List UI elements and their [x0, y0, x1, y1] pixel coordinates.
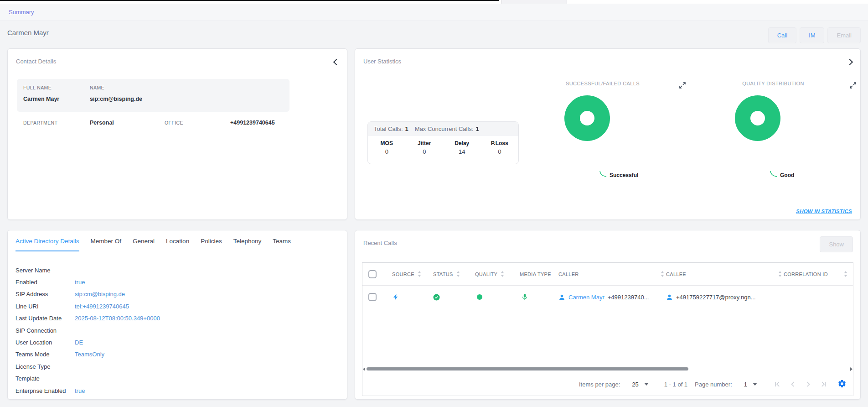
quality-good-dot-icon — [477, 294, 482, 300]
tab-general[interactable]: General — [133, 238, 155, 251]
sort-icon — [778, 271, 782, 277]
field-value: sip:cm@bisping.de — [75, 291, 125, 297]
callout-line — [599, 171, 609, 178]
name-value: sip:cm@bisping.de — [90, 96, 142, 102]
office-label: OFFICE — [165, 120, 230, 125]
field-label: Enabled — [16, 279, 75, 286]
tab-telephony[interactable]: Telephony — [233, 238, 262, 251]
mos-value: 0 — [368, 148, 406, 155]
field-row: Line URItel:+4991239740645 — [16, 300, 341, 312]
recent-calls-title: Recent Calls — [363, 240, 397, 246]
chevron-right-icon — [847, 59, 853, 65]
person-icon — [666, 294, 673, 301]
page-number-caret-icon[interactable] — [753, 383, 757, 386]
previous-page-button[interactable] — [788, 380, 797, 389]
table-header-row: SOURCE STATUS QUALITY MEDIA TYPE CALLER … — [362, 263, 853, 286]
range-indicator: 1 - 1 of 1 — [664, 381, 687, 388]
tab-summary[interactable]: Summary — [9, 9, 34, 16]
tab-policies[interactable]: Policies — [201, 238, 222, 251]
items-per-page-value[interactable]: 25 — [632, 381, 638, 388]
field-row: SIP Connection — [16, 324, 341, 336]
callout-line — [769, 171, 779, 178]
column-header-source[interactable]: SOURCE — [383, 271, 424, 277]
jitter-value: 0 — [406, 148, 444, 155]
scrollbar-thumb[interactable] — [367, 367, 688, 370]
email-button[interactable]: Email — [827, 27, 861, 43]
call-totals-box: Total Calls: 1 Max Concurrent Calls: 1 M… — [367, 121, 519, 164]
row-checkbox[interactable] — [368, 293, 377, 301]
select-all-checkbox[interactable] — [368, 270, 377, 278]
first-page-button[interactable] — [773, 380, 782, 389]
sort-icon — [844, 271, 847, 277]
top-edge-line — [0, 0, 499, 1]
field-value: true — [75, 279, 85, 286]
ploss-value: 0 — [481, 148, 519, 155]
chart-title: SUCCESSFUL/FAILED CALLS — [537, 81, 669, 86]
items-per-page-label: Items per page: — [579, 381, 620, 388]
recent-calls-table: SOURCE STATUS QUALITY MEDIA TYPE CALLER … — [362, 262, 853, 396]
column-header-correlation-id[interactable]: CORRELATION ID — [782, 271, 853, 277]
contact-details-title: Contact Details — [16, 58, 56, 65]
field-label: Server Name — [16, 267, 75, 274]
expand-chart-icon[interactable] — [679, 82, 686, 89]
sort-icon — [418, 271, 421, 277]
status-success-icon — [433, 294, 440, 301]
show-button[interactable]: Show — [820, 236, 853, 252]
field-row: Server Name — [16, 264, 341, 276]
tab-location[interactable]: Location — [166, 238, 189, 251]
show-in-statistics-link[interactable]: SHOW IN STATISTICS — [796, 209, 852, 214]
field-label: License Type — [16, 363, 75, 370]
user-details-card: Active Directory Details Member Of Gener… — [7, 230, 347, 400]
page-title-user-name: Carmen Mayr — [7, 29, 49, 37]
column-header-media-type[interactable]: MEDIA TYPE — [511, 271, 557, 277]
full-name-label: FULL NAME — [23, 85, 59, 90]
field-row: User LocationDE — [16, 336, 341, 348]
items-per-page-caret-icon[interactable] — [644, 383, 649, 386]
sort-icon — [456, 271, 460, 277]
page-number-value[interactable]: 1 — [744, 381, 747, 388]
sort-icon — [501, 271, 504, 277]
active-directory-fields: Server Name Enabledtrue SIP Addresssip:c… — [16, 264, 341, 397]
im-button[interactable]: IM — [800, 27, 824, 43]
field-value: true — [75, 387, 85, 394]
callee-address: +491759227717@proxy.ngn... — [676, 294, 756, 301]
column-header-status[interactable]: STATUS — [424, 271, 466, 277]
field-value: DE — [75, 339, 83, 346]
recent-calls-card: Recent Calls Show SOURCE STATUS QUALITY … — [355, 230, 861, 400]
call-button[interactable]: Call — [768, 27, 796, 43]
user-statistics-title: User Statistics — [363, 58, 401, 65]
column-header-callee[interactable]: CALLEE — [664, 271, 782, 277]
expand-panel-button[interactable] — [847, 58, 852, 66]
tab-teams[interactable]: Teams — [273, 238, 291, 251]
user-statistics-card: User Statistics Total Calls: 1 Max Concu… — [355, 48, 861, 220]
horizontal-scrollbar[interactable] — [364, 367, 852, 371]
microphone-icon — [522, 293, 528, 301]
max-concurrent-label: Max Concurrent Calls: — [415, 125, 474, 132]
department-value: Personal — [90, 120, 165, 126]
collapse-panel-button[interactable] — [334, 58, 339, 66]
field-label: Last Update Date — [16, 315, 75, 322]
sort-icon — [661, 271, 664, 277]
caller-name-link[interactable]: Carmen Mayr — [568, 294, 604, 301]
delay-label: Delay — [443, 140, 481, 146]
successful-failed-calls-chart: SUCCESSFUL/FAILED CALLS Successful — [537, 81, 669, 199]
max-concurrent-value: 1 — [475, 125, 479, 132]
column-header-quality[interactable]: QUALITY — [466, 271, 511, 277]
scroll-right-arrow-icon[interactable] — [850, 367, 852, 371]
next-page-button[interactable] — [804, 380, 813, 389]
expand-chart-icon[interactable] — [849, 82, 857, 89]
office-value: +4991239740645 — [230, 120, 275, 126]
column-header-caller[interactable]: CALLER — [557, 271, 664, 277]
total-calls-value: 1 — [405, 125, 408, 132]
tab-member-of[interactable]: Member Of — [91, 238, 122, 251]
tab-active-directory-details[interactable]: Active Directory Details — [16, 238, 79, 251]
field-row: License Type — [16, 360, 341, 372]
scroll-left-arrow-icon[interactable] — [363, 367, 365, 371]
donut-label-good: Good — [780, 172, 794, 178]
last-page-button[interactable] — [819, 380, 828, 389]
name-label: NAME — [90, 85, 142, 90]
field-row: Teams ModeTeamsOnly — [16, 349, 341, 360]
field-row: Template — [16, 373, 341, 385]
table-row[interactable]: Carmen Mayr +4991239740... +491759227717… — [362, 286, 853, 308]
table-settings-gear-icon[interactable] — [837, 379, 847, 390]
